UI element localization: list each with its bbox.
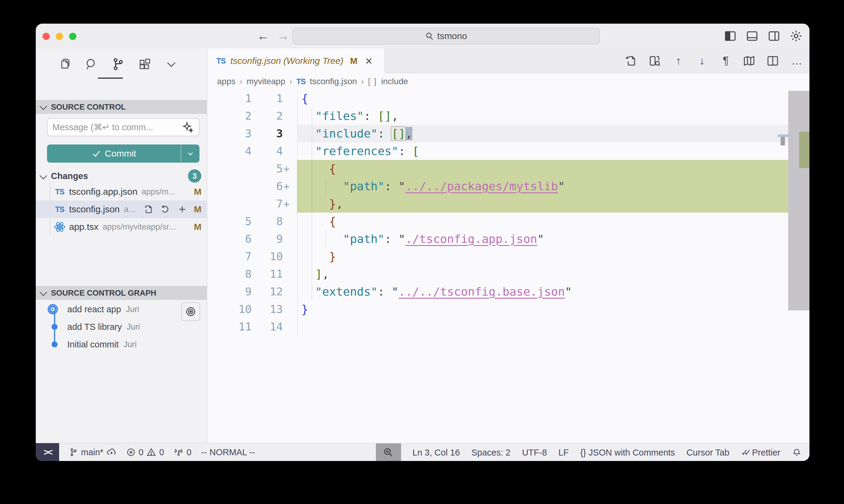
source-control-icon[interactable] — [111, 57, 125, 71]
new-line-number: 9 — [252, 230, 290, 248]
cursor-tab-item[interactable]: Cursor Tab — [687, 448, 729, 458]
toggle-primary-sidebar-icon[interactable] — [724, 30, 737, 42]
split-editor-icon[interactable] — [767, 55, 780, 67]
branch-status-item[interactable]: main* — [69, 447, 117, 457]
explorer-icon[interactable] — [57, 57, 71, 71]
sparkle-ai-icon[interactable] — [182, 121, 194, 133]
old-line-number — [207, 195, 252, 213]
code-line-content[interactable]: ], — [297, 265, 809, 283]
stage-changes-icon[interactable] — [177, 204, 187, 214]
eol-item[interactable]: LF — [558, 448, 569, 458]
file-name: app.tsx — [69, 222, 99, 232]
branch-name: main* — [81, 447, 103, 457]
next-change-icon[interactable]: ↓ — [695, 55, 709, 67]
window-close-button[interactable] — [42, 33, 50, 40]
commit-dropdown-button[interactable] — [181, 144, 200, 163]
goto-current-commit-button[interactable] — [181, 302, 200, 321]
ports-count: 0 — [187, 447, 191, 457]
commit-row[interactable]: add TS libraryJuri — [36, 318, 207, 336]
history-back-button[interactable]: ← — [257, 29, 269, 42]
vim-block-cursor: , — [405, 127, 412, 140]
overview-ruler-selection-mark — [778, 134, 789, 137]
breadcrumb-item-include[interactable]: include — [381, 77, 408, 86]
path-link: ../../packages/mytslib — [405, 180, 558, 193]
commit-message: Initial commit — [67, 340, 119, 349]
ports-status-item[interactable]: 0 — [174, 447, 191, 457]
code-line-content[interactable]: } — [297, 301, 809, 318]
window-maximize-button[interactable] — [69, 33, 76, 40]
changes-file-row[interactable]: TStsconfig.app.jsonapps/m...M — [36, 183, 207, 200]
more-actions-icon[interactable]: … — [790, 55, 803, 67]
open-changes-editor-icon[interactable] — [648, 55, 661, 67]
breadcrumb-separator: › — [240, 77, 243, 86]
active-view-underline — [98, 77, 123, 79]
code-line-content[interactable]: "extends": "../../tsconfig.base.json" — [297, 283, 809, 301]
indent-guide — [326, 178, 326, 195]
settings-gear-icon[interactable] — [789, 30, 803, 43]
language-mode-item[interactable]: {} JSON with Comments — [580, 448, 675, 458]
toggle-whitespace-icon[interactable]: ¶ — [719, 55, 733, 67]
added-line-plus — [283, 142, 290, 160]
source-control-graph-header[interactable]: SOURCE CONTROL GRAPH — [36, 286, 207, 300]
code-line: 912 "extends": "../../tsconfig.base.json… — [207, 283, 809, 301]
code-line-content[interactable]: "include": [], — [297, 125, 809, 142]
indentation-item[interactable]: Spaces: 2 — [471, 448, 511, 458]
cursor-position-item[interactable]: Ln 3, Col 16 — [413, 448, 460, 458]
code-line-content[interactable]: "files": [], — [297, 107, 809, 125]
changes-section-header[interactable]: Changes 3 — [36, 169, 207, 183]
toggle-panel-icon[interactable] — [746, 30, 758, 42]
changes-chevron-icon — [40, 172, 47, 179]
breadcrumb-item-myviteapp[interactable]: myviteapp — [246, 77, 285, 86]
history-forward-button[interactable]: → — [277, 29, 289, 42]
code-line-content[interactable]: { — [297, 90, 809, 107]
previous-change-icon[interactable]: ↑ — [672, 55, 685, 67]
code-line-content[interactable]: "references": [ — [297, 142, 809, 160]
code-line-content[interactable]: "path": "./tsconfig.app.json" — [297, 230, 809, 248]
open-file-icon[interactable] — [624, 55, 638, 67]
notifications-bell-icon[interactable] — [792, 448, 802, 457]
formatter-item[interactable]: ✓✓Prettier — [741, 447, 780, 458]
code-line-content[interactable]: }, — [297, 195, 809, 213]
changes-file-row[interactable]: TStsconfig.jsona...M — [36, 200, 207, 218]
code-line-content[interactable]: { — [297, 213, 809, 230]
window-minimize-button[interactable] — [56, 33, 63, 40]
commit-button[interactable]: Commit — [47, 144, 200, 163]
screencast-zoom-button[interactable] — [376, 444, 401, 461]
commit-message-input[interactable]: Message (⌘↵ to comm... — [47, 118, 200, 136]
discard-changes-icon[interactable] — [160, 204, 170, 214]
commit-row[interactable]: Initial commitJuri — [36, 336, 207, 353]
code-line-content[interactable]: { — [297, 160, 809, 178]
search-sidebar-icon[interactable] — [84, 57, 98, 71]
open-file-icon[interactable] — [143, 204, 153, 214]
breadcrumb-item-apps[interactable]: apps — [217, 77, 236, 86]
old-line-number: 9 — [207, 283, 252, 301]
source-control-header[interactable]: SOURCE CONTROL — [36, 100, 207, 114]
remote-indicator-button[interactable]: >< — [36, 443, 59, 461]
code-editor[interactable]: 11{22 "files": [],33 "include": [],44 "r… — [207, 90, 809, 443]
new-line-number: 10 — [252, 248, 290, 265]
code-line-content[interactable]: "path": "../../packages/mytslib" — [297, 178, 809, 195]
magnifier-plus-icon — [383, 447, 394, 458]
command-center-search[interactable]: tsmono — [293, 28, 600, 44]
toggle-secondary-sidebar-icon[interactable] — [768, 30, 780, 42]
code-line-content[interactable]: } — [297, 248, 809, 265]
old-line-number: 5 — [207, 213, 252, 230]
new-line-number: 11 — [252, 265, 290, 283]
path-link: ../../tsconfig.base.json — [398, 285, 565, 298]
sidebar-source-control: SOURCE CONTROL Message (⌘↵ to comm... Co… — [36, 49, 207, 443]
breadcrumb-item-tsconfig[interactable]: tsconfig.json — [310, 77, 357, 86]
word-wrap-map-icon[interactable] — [743, 55, 756, 67]
changes-file-row[interactable]: app.tsxapps/myviteapp/sr...M — [36, 218, 207, 236]
encoding-item[interactable]: UTF-8 — [522, 448, 547, 458]
added-line-plus — [283, 107, 290, 125]
code-line: 1013} — [207, 301, 809, 318]
problems-status-item[interactable]: 0 0 — [126, 447, 164, 457]
scrollbar-slider[interactable] — [788, 91, 809, 310]
more-views-chevron-icon[interactable] — [164, 57, 178, 71]
code-line-content[interactable] — [297, 318, 809, 336]
extensions-icon[interactable] — [138, 57, 152, 71]
tab-close-icon[interactable]: × — [365, 55, 372, 67]
vim-mode-indicator: -- NORMAL -- — [201, 447, 255, 457]
old-line-number — [207, 160, 252, 178]
tab-tsconfig-json-working-tree[interactable]: TS tsconfig.json (Working Tree) M × — [207, 49, 385, 73]
